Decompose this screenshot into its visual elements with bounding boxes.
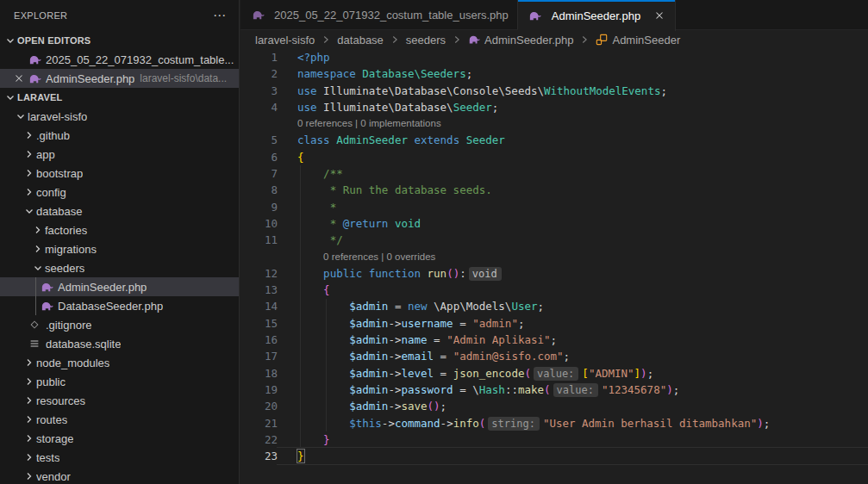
- code-line-content[interactable]: use Illuminate\Database\Console\Seeds\Wi…: [278, 83, 868, 99]
- tree-item-node-modules[interactable]: node_modules: [0, 353, 239, 372]
- code-editor[interactable]: 1<?php2namespace Database\Seeders;3use I…: [240, 49, 868, 484]
- line-number[interactable]: 19: [240, 382, 278, 398]
- tree-item-public[interactable]: public: [0, 372, 239, 391]
- codelens-link[interactable]: 0 references | 0 implementations: [278, 115, 868, 132]
- code-line-content[interactable]: /**: [278, 165, 868, 182]
- code-line-content[interactable]: public function run():void: [278, 265, 868, 282]
- code-line-content[interactable]: *: [278, 199, 868, 215]
- tree-item--gitignore[interactable]: .gitignore: [0, 315, 239, 334]
- line-number[interactable]: 20: [240, 398, 278, 414]
- line-number[interactable]: 22: [240, 431, 278, 448]
- line-number[interactable]: 1: [240, 49, 278, 65]
- tree-item-migrations[interactable]: migrations: [0, 239, 239, 258]
- line-number[interactable]: 17: [240, 348, 278, 364]
- code-token: ;: [673, 383, 680, 396]
- tree-item-laravel-sisfo[interactable]: laravel-sisfo: [0, 107, 239, 126]
- code-line-content[interactable]: * @return void: [278, 215, 868, 232]
- code-line-content[interactable]: $admin->email = "admin@sisfo.com";: [278, 348, 868, 364]
- tree-item-storage[interactable]: storage: [0, 429, 239, 448]
- code-line-content[interactable]: }: [278, 431, 868, 448]
- tree-item-label: routes: [36, 413, 67, 426]
- code-token: ;: [764, 417, 771, 430]
- code-token: run: [428, 267, 447, 280]
- line-number[interactable]: 14: [240, 298, 278, 314]
- code-line-content[interactable]: $admin->name = "Admin Aplikasi";: [278, 332, 868, 348]
- code-line: 12 public function run():void: [240, 265, 868, 282]
- line-number[interactable]: 3: [240, 83, 278, 99]
- close-icon[interactable]: [10, 72, 28, 84]
- tree-item-database[interactable]: database: [0, 202, 239, 220]
- tree-item--github[interactable]: .github: [0, 126, 239, 145]
- line-number[interactable]: 6: [240, 149, 278, 165]
- line-number[interactable]: 7: [240, 165, 278, 182]
- file-label: 2025_05_22_071932_costum_table...: [46, 53, 234, 66]
- code-line-content[interactable]: $this->command->info(string:"User Admin …: [278, 415, 868, 431]
- code-line-content[interactable]: namespace Database\Seeders;: [278, 65, 868, 82]
- line-number[interactable]: 5: [240, 132, 278, 148]
- breadcrumb-item[interactable]: database: [337, 34, 384, 47]
- code-token: [297, 350, 349, 363]
- more-actions-icon[interactable]: ⋯: [213, 11, 227, 20]
- code-line-content[interactable]: {: [278, 149, 868, 165]
- code-token: *: [297, 217, 343, 230]
- code-line-content[interactable]: $admin->save();: [278, 398, 868, 414]
- open-editor-item[interactable]: AdminSeeder.phplaravel-sisfo\data...: [0, 69, 239, 88]
- tree-item-factories[interactable]: factories: [0, 220, 239, 239]
- tree-item-config[interactable]: config: [0, 183, 239, 202]
- code-line-content[interactable]: * Run the database seeds.: [278, 182, 868, 198]
- code-line-content[interactable]: }: [278, 448, 868, 464]
- line-number[interactable]: 23: [240, 448, 278, 464]
- line-number[interactable]: 13: [240, 282, 278, 298]
- tree-item-vendor[interactable]: vendor: [0, 467, 239, 484]
- section-workspace[interactable]: LARAVEL: [0, 88, 239, 107]
- line-number[interactable]: 16: [240, 332, 278, 348]
- tree-item-seeders[interactable]: seeders: [0, 258, 239, 277]
- breadcrumb-item[interactable]: AdminSeeder: [596, 34, 680, 47]
- code-token: ->: [388, 400, 401, 413]
- breadcrumb-item[interactable]: seeders: [406, 34, 446, 47]
- code-line-content[interactable]: $admin->password = \Hash::make(value:"12…: [278, 382, 868, 398]
- code-token: <?php: [297, 51, 330, 64]
- tree-item-resources[interactable]: resources: [0, 391, 239, 410]
- tree-item-bootstrap[interactable]: bootstrap: [0, 164, 239, 183]
- section-open-editors[interactable]: OPEN EDITORS: [0, 31, 239, 50]
- line-number[interactable]: 2: [240, 65, 278, 82]
- line-number[interactable]: 10: [240, 215, 278, 232]
- code-token: Seeder: [453, 101, 492, 114]
- line-number[interactable]: 4: [240, 99, 278, 115]
- tree-item-label: config: [36, 186, 66, 199]
- tab-costum-table-users[interactable]: 2025_05_22_071932_costum_table_users.php: [240, 0, 518, 29]
- code-token: \: [472, 383, 479, 396]
- tree-item-label: DatabaseSeeder.php: [58, 300, 163, 313]
- close-icon[interactable]: [653, 9, 666, 22]
- chevron-right-icon: [22, 128, 36, 142]
- line-number[interactable]: 18: [240, 365, 278, 382]
- line-number[interactable]: 21: [240, 415, 278, 431]
- code-line-content[interactable]: {: [278, 282, 868, 298]
- tree-item-tests[interactable]: tests: [0, 448, 239, 467]
- codelens-link[interactable]: 0 references | 0 overrides: [278, 249, 868, 265]
- code-line: 8 * Run the database seeds.: [240, 182, 868, 198]
- tree-item-app[interactable]: app: [0, 145, 239, 164]
- code-token: [297, 333, 349, 346]
- tab-admin-seeder[interactable]: AdminSeeder.php: [518, 0, 676, 31]
- code-line-content[interactable]: */: [278, 232, 868, 248]
- code-line-content[interactable]: class AdminSeeder extends Seeder: [278, 132, 868, 148]
- tree-item-label: migrations: [45, 243, 97, 256]
- code-line-content[interactable]: $admin = new \App\Models\User;: [278, 298, 868, 314]
- code-line-content[interactable]: use Illuminate\Database\Seeder;: [278, 99, 868, 115]
- breadcrumb-item[interactable]: AdminSeeder.php: [468, 34, 573, 47]
- line-number[interactable]: 8: [240, 182, 278, 198]
- line-number[interactable]: 12: [240, 265, 278, 282]
- breadcrumb-item[interactable]: laravel-sisfo: [255, 34, 315, 47]
- line-number[interactable]: 11: [240, 232, 278, 248]
- code-line-content[interactable]: $admin->username = "admin";: [278, 315, 868, 332]
- file-description: laravel-sisfo\data...: [140, 72, 227, 84]
- line-number[interactable]: 15: [240, 315, 278, 332]
- tree-item-routes[interactable]: routes: [0, 410, 239, 429]
- tree-item-database-sqlite[interactable]: database.sqlite: [0, 334, 239, 353]
- open-editor-item[interactable]: 2025_05_22_071932_costum_table...: [0, 50, 239, 69]
- code-line-content[interactable]: $admin->level = json_encode(value:["ADMI…: [278, 365, 868, 382]
- code-line-content[interactable]: <?php: [278, 49, 868, 65]
- line-number[interactable]: 9: [240, 199, 278, 215]
